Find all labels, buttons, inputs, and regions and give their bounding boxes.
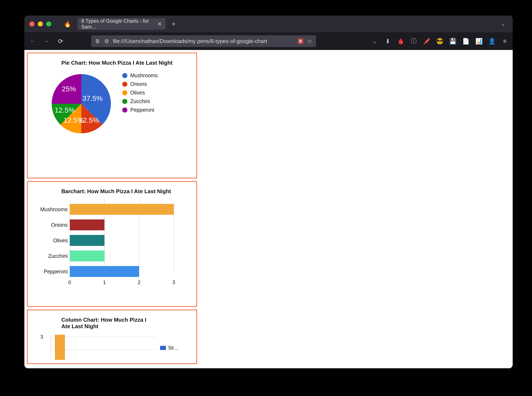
x-tick: 0 (68, 280, 71, 285)
x-tick: 1 (103, 280, 106, 285)
bar-zucchini[interactable] (70, 250, 104, 262)
legend-item[interactable]: Zucchini (122, 98, 158, 104)
url-text: file:///Users/nathan/Downloads/my pens/8… (113, 38, 294, 45)
legend-label: Mushrooms (130, 72, 158, 79)
maximize-window-button[interactable] (46, 21, 51, 26)
pie-label-olives: 12.5% (64, 116, 84, 124)
bar-onions[interactable] (70, 219, 104, 230)
tab-title: 8 Types of Google Charts - for Sam… (81, 18, 155, 30)
legend-item[interactable]: Mushrooms (122, 72, 158, 79)
legend-swatch (122, 107, 127, 112)
extension-icon-4[interactable]: 😎 (436, 38, 443, 45)
column-bar-mushrooms[interactable] (55, 335, 65, 360)
bookmark-star-icon[interactable]: ☆ (307, 38, 312, 45)
legend-label: Olives (130, 90, 145, 96)
pie-label-mushrooms: 37.5% (83, 94, 103, 102)
page-content: Pie Chart: How Much Pizza I Ate Last Nig… (24, 50, 513, 368)
bar-label: Zucchini (38, 253, 68, 259)
back-button[interactable]: ← (29, 37, 37, 45)
x-tick: 2 (138, 280, 140, 285)
extension-icon-8[interactable]: 👤 (488, 38, 496, 45)
address-bar[interactable]: 🗎 ⚙ file:///Users/nathan/Downloads/my pe… (91, 35, 316, 47)
extension-icon-5[interactable]: 💾 (449, 38, 456, 45)
browser-window: 🔥 8 Types of Google Charts - for Sam… ✕ … (24, 16, 513, 368)
permissions-icon[interactable]: ⚙ (104, 38, 109, 45)
legend-swatch (122, 82, 127, 87)
extension-icon-3[interactable]: 🖍️ (423, 38, 430, 45)
extension-icon-2[interactable]: ⓘ (410, 38, 417, 45)
bar-olives[interactable] (70, 235, 104, 246)
legend-swatch (122, 99, 127, 104)
legend-item[interactable]: Olives (122, 90, 158, 96)
forward-button[interactable]: → (42, 37, 51, 45)
x-tick: 3 (172, 280, 175, 285)
tabs-dropdown-icon[interactable]: ⌄ (501, 21, 505, 27)
legend-swatch (122, 73, 127, 78)
column-legend-item[interactable]: Sli… (160, 336, 179, 360)
bar-label: Mushrooms (38, 206, 68, 212)
pie-chart-title: Pie Chart: How Much Pizza I Ate Last Nig… (61, 60, 188, 66)
column-chart-title: Column Chart: How Much Pizza I Ate Last … (61, 317, 154, 330)
pie-chart[interactable]: 37.5% 12.5% 12.5% 12.5% 25% (49, 71, 114, 136)
pie-chart-container: Pie Chart: How Much Pizza I Ate Last Nig… (27, 52, 197, 179)
close-window-button[interactable] (30, 21, 35, 26)
downloads-icon[interactable]: ⬇ (384, 38, 391, 45)
legend-label: Pepperoni (130, 107, 154, 113)
badge-icon[interactable]: B (298, 38, 303, 44)
pocket-icon[interactable]: ⌵ (371, 38, 378, 45)
legend-swatch (122, 90, 127, 95)
pie-legend: Mushrooms Onions Olives Zucchini Peppero… (122, 72, 158, 136)
tab-strip: 🔥 8 Types of Google Charts - for Sam… ✕ … (24, 16, 513, 32)
legend-label: Onions (130, 81, 147, 87)
firefox-icon: 🔥 (64, 21, 71, 28)
pie-label-pepperoni: 25% (62, 85, 76, 93)
browser-tab[interactable]: 8 Types of Google Charts - for Sam… ✕ (77, 18, 166, 30)
extension-icon-6[interactable]: 📄 (462, 38, 469, 45)
column-chart-container: Column Chart: How Much Pizza I Ate Last … (27, 309, 197, 364)
extension-icon-1[interactable]: 🩸 (397, 38, 404, 45)
bar-label: Olives (38, 238, 68, 244)
new-tab-button[interactable]: + (172, 20, 176, 28)
pie-label-zucchini: 12.5% (55, 106, 75, 114)
toolbar: ← → ⟳ 🗎 ⚙ file:///Users/nathan/Downloads… (24, 32, 513, 50)
bar-pepperoni[interactable] (70, 266, 139, 277)
bar-label: Onions (38, 222, 68, 228)
reload-button[interactable]: ⟳ (56, 37, 65, 45)
extension-icon-7[interactable]: 📊 (475, 38, 482, 45)
toolbar-extensions: ⌵ ⬇ 🩸 ⓘ 🖍️ 😎 💾 📄 📊 👤 ≡ (371, 38, 508, 45)
bar-label: Pepperoni (38, 268, 68, 275)
legend-item[interactable]: Pepperoni (122, 107, 158, 113)
window-controls (30, 21, 51, 26)
bar-chart-title: Barchart: How Much Pizza I Ate Last Nigh… (61, 188, 188, 195)
legend-label: Zucchini (130, 98, 150, 104)
bar-chart[interactable]: Mushrooms Onions Olives Zucchini (40, 200, 187, 285)
hamburger-menu-icon[interactable]: ≡ (501, 38, 508, 45)
bar-mushrooms[interactable] (70, 204, 174, 215)
bar-chart-container: Barchart: How Much Pizza I Ate Last Nigh… (27, 181, 197, 307)
minimize-window-button[interactable] (38, 21, 43, 26)
legend-swatch (160, 346, 166, 350)
page-icon: 🗎 (95, 38, 100, 45)
y-tick: 3 (40, 334, 43, 340)
close-tab-icon[interactable]: ✕ (157, 21, 162, 27)
legend-item[interactable]: Onions (122, 81, 158, 87)
legend-label: Sli… (168, 345, 179, 351)
column-chart[interactable]: 3 Sli… (40, 335, 188, 360)
